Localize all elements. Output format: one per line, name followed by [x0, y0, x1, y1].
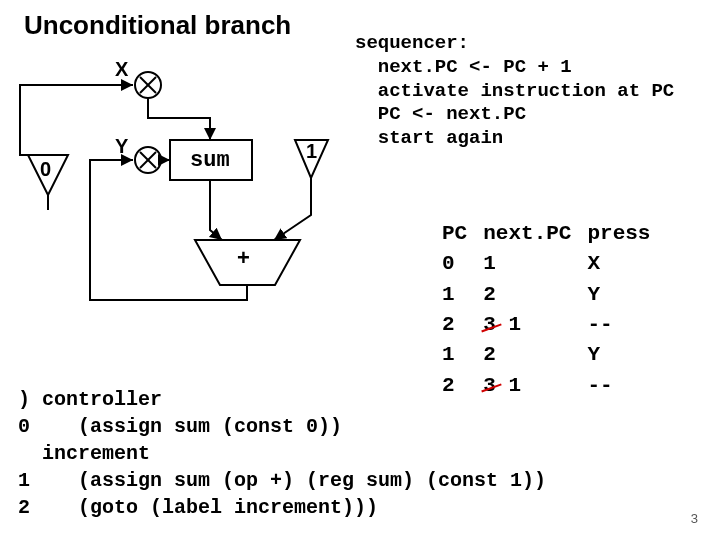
replacement-value: 1 — [508, 313, 521, 336]
table-row: 2 3 1 -- — [442, 311, 664, 339]
seq-l3: PC <- next.PC — [355, 103, 526, 125]
seq-l1: next.PC <- PC + 1 — [355, 56, 572, 78]
cell-press: Y — [587, 281, 664, 309]
hdr-pc: PC — [442, 220, 481, 248]
table-row: 1 2 Y — [442, 281, 664, 309]
cell-pc: 0 — [442, 250, 481, 278]
adder-plus-label: + — [237, 245, 250, 271]
cell-next: 2 — [483, 281, 585, 309]
cell-pc: 1 — [442, 341, 481, 369]
code-line: ) controller — [18, 388, 162, 411]
const-one-label: 1 — [306, 140, 317, 163]
table-header: PC next.PC press — [442, 220, 664, 248]
cell-next: 1 — [483, 250, 585, 278]
cell-pc: 1 — [442, 281, 481, 309]
cell-next: 3 1 — [483, 311, 585, 339]
button-x-label: X — [115, 58, 128, 81]
code-line: 1 (assign sum (op +) (reg sum) (const 1)… — [18, 469, 546, 492]
seq-l4: start again — [355, 127, 503, 149]
seq-heading: sequencer: — [355, 32, 469, 54]
cell-press: -- — [587, 372, 664, 400]
cell-next: 2 — [483, 341, 585, 369]
hdr-nextpc: next.PC — [483, 220, 585, 248]
controller-code: ) controller 0 (assign sum (const 0)) in… — [18, 386, 546, 521]
struck-value: 3 — [483, 311, 496, 339]
const-zero-label: 0 — [40, 158, 51, 181]
cell-pc: 2 — [442, 311, 481, 339]
cell-press: Y — [587, 341, 664, 369]
page-number: 3 — [691, 511, 698, 526]
sequencer-pseudocode: sequencer: next.PC <- PC + 1 activate in… — [355, 32, 674, 151]
table-row: 0 1 X — [442, 250, 664, 278]
cell-press: -- — [587, 311, 664, 339]
seq-l2: activate instruction at PC — [355, 80, 674, 102]
cell-press: X — [587, 250, 664, 278]
button-y-label: Y — [115, 135, 128, 158]
code-line: 2 (goto (label increment))) — [18, 496, 378, 519]
table-row: 1 2 Y — [442, 341, 664, 369]
trace-table: PC next.PC press 0 1 X 1 2 Y 2 3 1 -- 1 … — [440, 218, 666, 402]
hdr-press: press — [587, 220, 664, 248]
code-line: increment — [18, 442, 150, 465]
code-line: 0 (assign sum (const 0)) — [18, 415, 342, 438]
register-sum-label: sum — [190, 148, 230, 173]
